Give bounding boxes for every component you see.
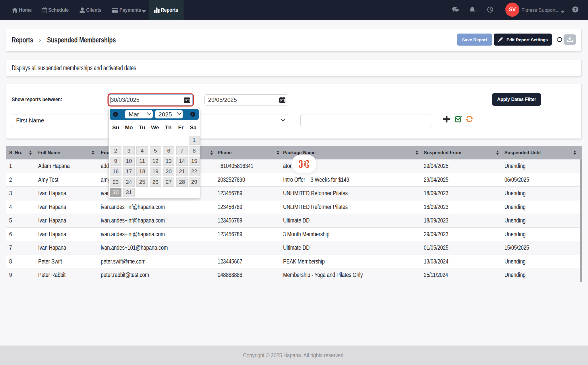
svg-text:?: ?: [574, 7, 577, 12]
